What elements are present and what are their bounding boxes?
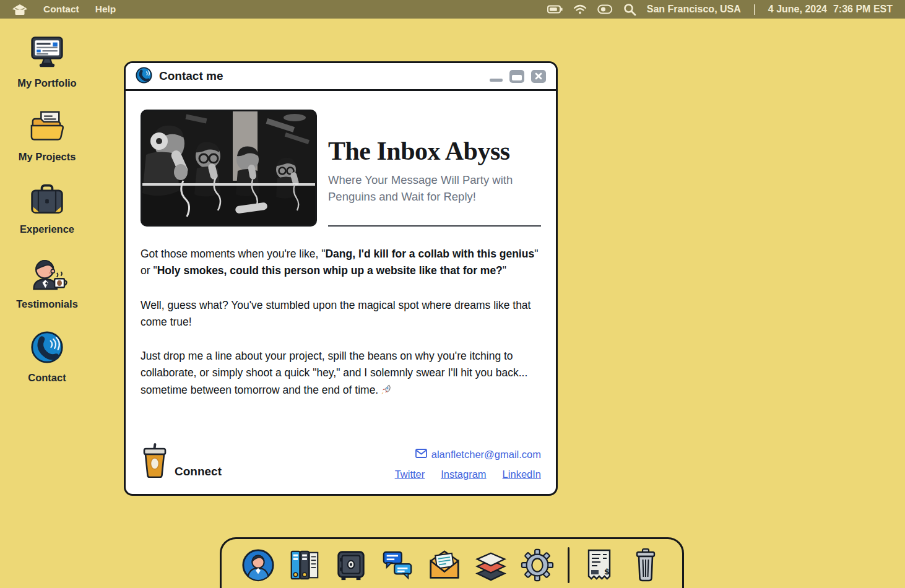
twitter-link[interactable]: Twitter	[395, 469, 425, 480]
desktop-label: Contact	[28, 372, 66, 384]
dock-chat-icon[interactable]	[381, 547, 415, 583]
desktop-item-my-portfolio[interactable]: My Portfolio	[17, 35, 76, 89]
envelope-icon	[415, 449, 427, 460]
status-time: 7:36 PM EST	[833, 4, 893, 15]
dock-receipt-icon[interactable]: $	[582, 547, 616, 583]
menubar: Contact Help	[0, 0, 905, 19]
paragraph-2: Well, guess what? You've stumbled upon t…	[141, 297, 541, 331]
minimize-button[interactable]	[490, 79, 503, 82]
svg-text:$: $	[604, 567, 610, 576]
person-coffee-icon	[27, 256, 67, 293]
hero-photo	[141, 110, 317, 227]
hero-section: The Inbox Abyss Where Your Message Will …	[141, 110, 541, 227]
folder-icon	[29, 110, 65, 145]
email-link[interactable]: alanfletcher@gmail.com	[415, 449, 541, 460]
window-footer: Connect alanfletcher@gmail.com Twitter I…	[141, 442, 541, 480]
dock-gear-icon[interactable]	[521, 547, 554, 583]
email-text: alanfletcher@gmail.com	[431, 449, 541, 460]
desktop-icons: My Portfolio My Projects	[6, 35, 88, 384]
paragraph-1: Got those moments when you're like, "Dan…	[141, 246, 541, 280]
dock-safe-icon[interactable]	[334, 547, 368, 583]
window-titlebar[interactable]: Contact me	[126, 63, 556, 91]
rocket-emoji	[381, 383, 391, 400]
status-location: San Francisco, USA	[647, 4, 741, 15]
briefcase-icon	[29, 183, 65, 218]
open-box-logo-icon[interactable]	[12, 2, 27, 16]
dock-mail-icon[interactable]	[428, 547, 461, 583]
desktop-label: Testimonials	[16, 298, 78, 310]
wifi-icon[interactable]	[573, 4, 587, 15]
dock-divider	[568, 547, 569, 583]
search-icon[interactable]	[623, 3, 636, 16]
menu-help[interactable]: Help	[95, 4, 116, 15]
contact-window: Contact me	[124, 61, 558, 496]
dock-avatar-icon[interactable]	[241, 547, 275, 583]
dock-binders-icon[interactable]	[288, 547, 321, 583]
linkedin-link[interactable]: LinkedIn	[503, 469, 541, 480]
social-links: Twitter Instagram LinkedIn	[395, 469, 541, 480]
status-datetime: 4 June, 2024 7:36 PM EST	[768, 4, 893, 15]
dock-layers-icon[interactable]	[474, 547, 508, 583]
desktop-item-my-projects[interactable]: My Projects	[19, 110, 76, 163]
desktop-item-testimonials[interactable]: Testimonials	[16, 256, 78, 310]
battery-icon	[547, 3, 563, 15]
status-divider	[754, 4, 755, 15]
connect-label: Connect	[175, 465, 222, 478]
hero-subtitle: Where Your Message Will Party with Pengu…	[328, 171, 541, 205]
close-icon	[535, 72, 542, 80]
phone-icon	[30, 331, 64, 366]
desktop-item-contact[interactable]: Contact	[28, 331, 66, 384]
body-text: Got those moments when you're like, "Dan…	[141, 246, 541, 400]
desktop-label: My Projects	[19, 151, 76, 163]
connect-button[interactable]: Connect	[141, 442, 222, 480]
hero-text-block: The Inbox Abyss Where Your Message Will …	[328, 110, 541, 227]
desktop-label: Experience	[20, 223, 74, 235]
status-date: 4 June, 2024	[768, 4, 827, 15]
dark-mode-toggle-icon[interactable]	[597, 3, 613, 15]
window-phone-icon	[136, 67, 152, 86]
monitor-icon	[28, 35, 66, 72]
menu-contact[interactable]: Contact	[43, 4, 79, 15]
desktop-item-experience[interactable]: Experience	[20, 183, 74, 235]
hero-title: The Inbox Abyss	[328, 138, 541, 164]
paragraph-3: Just drop me a line about your project, …	[141, 348, 541, 400]
dock-trash-icon[interactable]	[629, 547, 662, 583]
dock: $	[220, 537, 684, 588]
desktop-label: My Portfolio	[17, 77, 76, 89]
close-button[interactable]	[531, 70, 546, 83]
maximize-button[interactable]	[509, 70, 524, 83]
window-title: Contact me	[159, 69, 223, 83]
drink-cup-icon	[141, 442, 169, 480]
instagram-link[interactable]: Instagram	[441, 469, 486, 480]
